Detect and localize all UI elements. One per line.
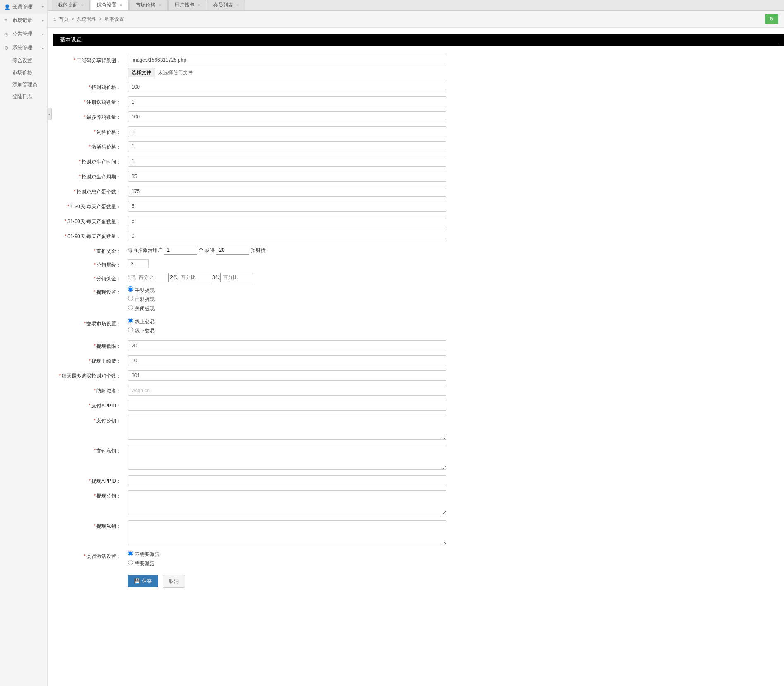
- sidebar-submenu: 综合设置 市场价格 添加管理员 登陆日志: [0, 55, 47, 103]
- tab-settings[interactable]: 综合设置×: [91, 0, 129, 10]
- label-max-qty: *最多养鸡数量：: [53, 111, 128, 121]
- tab-desktop[interactable]: 我的桌面×: [52, 0, 90, 10]
- withdraw-fee-input[interactable]: [128, 355, 446, 366]
- label-trade-set: *交易市场设置：: [53, 318, 128, 327]
- close-icon[interactable]: ×: [236, 3, 239, 7]
- gen2-input[interactable]: [178, 273, 211, 282]
- label-pay-pubkey: *支付公钥：: [53, 415, 128, 424]
- sidebar-item-label: 会员管理: [12, 3, 32, 10]
- sidebar-item-label: 市场记录: [12, 17, 32, 24]
- sidebar-item-system[interactable]: ⚙ 系统管理 ▴: [0, 41, 47, 55]
- domain-input[interactable]: [128, 385, 446, 396]
- close-icon[interactable]: ×: [81, 3, 84, 7]
- cancel-button[interactable]: 取消: [163, 575, 185, 588]
- label-qr-bg: *二维码分享背景图：: [53, 55, 128, 64]
- withdraw-min-input[interactable]: [128, 340, 446, 351]
- pay-privkey-input[interactable]: [128, 445, 446, 470]
- label-dist-levels: *分销层级：: [53, 259, 128, 269]
- withdraw-off[interactable]: 关闭提现: [128, 305, 446, 312]
- tab-wallet[interactable]: 用户钱包×: [168, 0, 206, 10]
- pay-appid-input[interactable]: [128, 400, 446, 411]
- trade-online[interactable]: 线上交易: [128, 318, 446, 325]
- chevron-up-icon: ▴: [42, 46, 44, 50]
- wd-appid-input[interactable]: [128, 475, 446, 486]
- breadcrumb-l1[interactable]: 系统管理: [77, 16, 96, 23]
- label-feed-price: *饲料价格：: [53, 126, 128, 136]
- tab-bar: 我的桌面× 综合设置× 市场价格× 用户钱包× 会员列表×: [48, 0, 784, 11]
- label-withdraw-set: *提现设置：: [53, 286, 128, 296]
- label-direct-bonus: *直推奖金：: [53, 246, 128, 255]
- label-prod-time: *招财鸡生产时间：: [53, 156, 128, 166]
- wd-pubkey-input[interactable]: [128, 490, 446, 515]
- save-icon: 💾: [134, 578, 140, 584]
- chevron-down-icon: ▾: [42, 18, 44, 23]
- eggs-1-30-input[interactable]: [128, 201, 446, 212]
- label-domain: *防封域名：: [53, 385, 128, 395]
- file-status: 未选择任何文件: [158, 70, 193, 75]
- refresh-icon: ↻: [770, 16, 774, 22]
- label-withdraw-fee: *提现手续费：: [53, 355, 128, 365]
- chevron-down-icon: ▾: [42, 5, 44, 9]
- sidebar-item-label: 公告管理: [12, 31, 32, 38]
- save-button[interactable]: 💾保存: [128, 575, 158, 587]
- qr-bg-input[interactable]: [128, 55, 446, 65]
- withdraw-auto[interactable]: 自动提现: [128, 296, 446, 303]
- tab-members[interactable]: 会员列表×: [207, 0, 245, 10]
- label-max-buy: *每天最多购买招财鸡个数：: [53, 370, 128, 380]
- label-total-eggs: *招财鸡总产蛋个数：: [53, 186, 128, 195]
- wd-privkey-input[interactable]: [128, 520, 446, 545]
- eggs-61-90-input[interactable]: [128, 231, 446, 241]
- eggs-31-60-input[interactable]: [128, 216, 446, 226]
- withdraw-manual[interactable]: 手动提现: [128, 286, 446, 294]
- breadcrumb: ⌂ 首页 > 系统管理 > 基本设置: [53, 16, 124, 23]
- dist-levels-input[interactable]: [128, 259, 149, 268]
- label-wd-privkey: *提现私钥：: [53, 520, 128, 530]
- act-not-required[interactable]: 不需要激活: [128, 551, 446, 558]
- close-icon[interactable]: ×: [159, 3, 161, 7]
- prod-time-input[interactable]: [128, 156, 446, 167]
- breadcrumb-l2: 基本设置: [104, 16, 124, 23]
- label-act-code: *激活码价格：: [53, 141, 128, 151]
- reg-qty-input[interactable]: [128, 96, 446, 107]
- label-eggs-31-60: *31-60天,每天产蛋数量：: [53, 216, 128, 225]
- close-icon[interactable]: ×: [198, 3, 200, 7]
- home-icon: ⌂: [53, 16, 56, 22]
- sidebar-item-announce[interactable]: ◷ 公告管理 ▾: [0, 27, 47, 41]
- main-content: 我的桌面× 综合设置× 市场价格× 用户钱包× 会员列表× ⌂ 首页 > 系统管…: [48, 0, 784, 686]
- life-cycle-input[interactable]: [128, 171, 446, 182]
- refresh-button[interactable]: ↻: [765, 14, 778, 24]
- label-withdraw-min: *提现低限：: [53, 340, 128, 350]
- act-code-input[interactable]: [128, 141, 446, 152]
- label-price: *招财鸡价格：: [53, 82, 128, 91]
- max-qty-input[interactable]: [128, 111, 446, 122]
- trade-offline[interactable]: 线下交易: [128, 327, 446, 335]
- sidebar-item-member[interactable]: 👤 会员管理 ▾: [0, 0, 47, 14]
- breadcrumb-home[interactable]: 首页: [59, 16, 69, 23]
- label-pay-privkey: *支付私钥：: [53, 445, 128, 455]
- sidebar-item-market[interactable]: ≡ 市场记录 ▾: [0, 14, 47, 27]
- user-icon: 👤: [4, 4, 10, 10]
- choose-file-button[interactable]: 选择文件: [128, 68, 155, 77]
- gen1-input[interactable]: [136, 273, 169, 282]
- total-eggs-input[interactable]: [128, 186, 446, 197]
- label-pay-appid: *支付APPID：: [53, 400, 128, 409]
- sidebar-sub-settings[interactable]: 综合设置: [8, 55, 47, 67]
- label-wd-pubkey: *提现公钥：: [53, 490, 128, 500]
- max-buy-input[interactable]: [128, 370, 446, 381]
- feed-price-input[interactable]: [128, 126, 446, 137]
- close-icon[interactable]: ×: [120, 3, 122, 7]
- sidebar-sub-log[interactable]: 登陆日志: [8, 91, 47, 103]
- pay-pubkey-input[interactable]: [128, 415, 446, 440]
- direct-get-input[interactable]: [216, 246, 249, 255]
- tab-price[interactable]: 市场价格×: [129, 0, 168, 10]
- direct-user-input[interactable]: [164, 246, 197, 255]
- label-member-act: *会员激活设置：: [53, 551, 128, 560]
- section-title: 基本设置: [53, 34, 784, 46]
- gen3-input[interactable]: [220, 273, 253, 282]
- sidebar-sub-price[interactable]: 市场价格: [8, 67, 47, 79]
- sidebar-sub-admin[interactable]: 添加管理员: [8, 79, 47, 91]
- price-input[interactable]: [128, 82, 446, 92]
- sidebar-collapse-handle[interactable]: ◂: [48, 108, 52, 120]
- act-required[interactable]: 需要激活: [128, 560, 446, 567]
- label-reg-qty: *注册送鸡数量：: [53, 96, 128, 106]
